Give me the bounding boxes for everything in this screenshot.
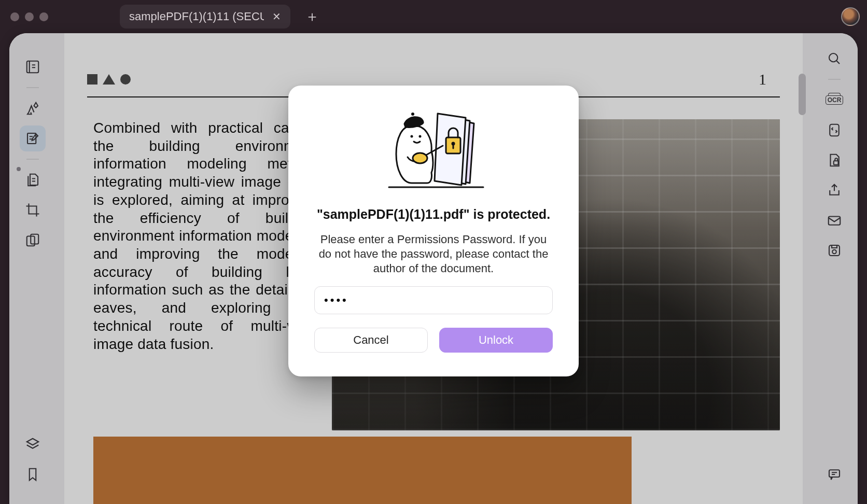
close-window-dot[interactable] xyxy=(10,12,19,21)
character-lock-icon xyxy=(376,106,491,194)
svg-point-13 xyxy=(411,113,414,116)
protected-illustration xyxy=(376,106,491,194)
cancel-button[interactable]: Cancel xyxy=(314,328,428,353)
avatar[interactable] xyxy=(841,7,860,26)
dialog-message: Please enter a Permissions Password. If … xyxy=(314,232,553,276)
svg-point-14 xyxy=(411,135,413,138)
svg-point-15 xyxy=(419,135,422,138)
password-dialog: "samplePDF(1)(1)11.pdf" is protected. Pl… xyxy=(288,86,579,376)
close-tab-icon[interactable]: ✕ xyxy=(272,10,281,23)
password-input[interactable] xyxy=(314,286,553,314)
unlock-button[interactable]: Unlock xyxy=(439,328,553,353)
tabs: samplePDF(1)(1)11 (SECUR ✕ ＋ xyxy=(120,5,321,29)
document-tab-label: samplePDF(1)(1)11 (SECUR xyxy=(129,10,264,23)
app-window: OCR 1 Combined wit xyxy=(9,33,858,504)
document-tab[interactable]: samplePDF(1)(1)11 (SECUR ✕ xyxy=(120,5,290,29)
dialog-title: "samplePDF(1)(1)11.pdf" is protected. xyxy=(317,207,550,222)
minimize-window-dot[interactable] xyxy=(25,12,34,21)
zoom-window-dot[interactable] xyxy=(39,12,48,21)
titlebar: samplePDF(1)(1)11 (SECUR ✕ ＋ xyxy=(0,0,867,33)
window-traffic-lights xyxy=(10,12,48,21)
new-tab-button[interactable]: ＋ xyxy=(303,7,321,26)
